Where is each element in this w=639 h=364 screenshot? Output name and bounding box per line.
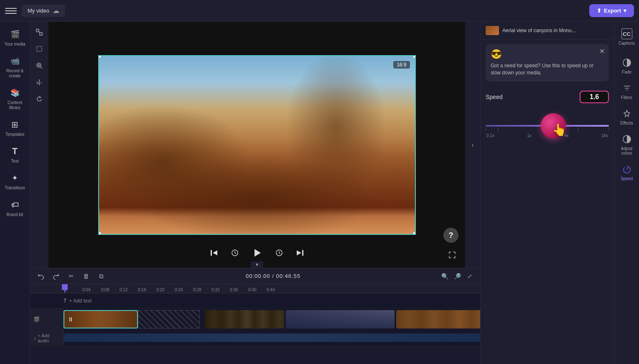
clip-speed-hatch — [138, 310, 200, 328]
tick-4x — [578, 127, 578, 131]
svg-line-5 — [41, 67, 42, 69]
speed-section: Speed 👆 0.1x 1x 4x — [481, 86, 614, 364]
templates-label: Templates — [5, 132, 25, 137]
right-sidebar-effects[interactable]: Effects — [616, 105, 638, 129]
tick-label-16x: 16x — [601, 133, 608, 138]
right-sidebar-speed[interactable]: Speed — [616, 160, 638, 184]
skip-forward-button[interactable] — [293, 246, 307, 260]
right-sidebar-adjust-colors[interactable]: Adjust colors — [616, 130, 638, 159]
time-ruler: 0 0:04 0:08 0:12 0:16 0:20 0:24 0:28 0:3… — [30, 284, 480, 293]
audio-track-content[interactable] — [64, 330, 480, 346]
audio-track-label: ♪ + Add audio — [30, 330, 64, 346]
tick-16x — [609, 127, 609, 131]
project-name-tab[interactable]: My video ☁ — [22, 5, 65, 17]
play-button[interactable] — [249, 244, 265, 261]
redo-button[interactable] — [50, 270, 62, 282]
tick-label-4x: 4x — [564, 133, 569, 138]
content-library-icon: 📚 — [9, 87, 21, 99]
right-sidebar: CC Captions Fade Filters — [614, 22, 639, 364]
slider-tick-labels: 0.1x 1x 4x 16x — [486, 133, 609, 138]
speed-icon — [621, 164, 632, 175]
tracks-container: T + Add text 🎬 ⏸ — [30, 293, 480, 364]
timeline-content: 0 0:04 0:08 0:12 0:16 0:20 0:24 0:28 0:3… — [30, 284, 480, 364]
rotate-tool-button[interactable] — [32, 92, 46, 106]
playback-controls — [207, 244, 307, 261]
zoom-out-button[interactable]: 🔍 — [439, 271, 450, 282]
add-text-label: + Add text — [69, 298, 92, 304]
video-canvas[interactable]: 16:9 — [98, 55, 416, 235]
tick-label-01x: 0.1x — [486, 133, 494, 138]
speed-label: Speed — [486, 94, 502, 100]
video-track-label: 🎬 — [30, 308, 64, 330]
help-button[interactable]: ? — [443, 228, 458, 243]
right-sidebar-fade[interactable]: Fade — [616, 54, 638, 78]
export-button[interactable]: ⬆ Export ▾ — [589, 4, 634, 17]
fit-tool-button[interactable] — [32, 25, 46, 39]
timeline-toolbar: ✂ 🗑 ⧉ 00:00.00 / 00:46.55 🔍 🔎 ⤢ — [30, 268, 480, 284]
cut-button[interactable]: ✂ — [65, 270, 77, 282]
crop-tool-button[interactable] — [32, 42, 46, 56]
undo-button[interactable] — [35, 270, 47, 282]
sidebar-item-brand-kit[interactable]: 🏷 Brand kit — [2, 196, 28, 221]
zoom-controls: 🔍 🔎 ⤢ — [439, 271, 475, 282]
flip-tool-button[interactable] — [32, 75, 46, 89]
right-collapse-button[interactable]: › — [468, 137, 477, 153]
menu-button[interactable] — [5, 5, 17, 17]
sidebar-item-content-library[interactable]: 📚 Content library — [2, 84, 28, 114]
handle-top-right[interactable] — [413, 55, 416, 58]
rewind-button[interactable] — [228, 246, 242, 260]
tooltip-text: Got a need for speed? Use this to speed … — [491, 62, 604, 76]
zoom-in-button[interactable]: 🔎 — [452, 271, 463, 282]
svg-rect-10 — [302, 250, 303, 256]
svg-line-2 — [39, 32, 40, 33]
filters-icon — [621, 83, 632, 94]
fullscreen-button[interactable] — [446, 249, 458, 261]
forward-button[interactable] — [272, 246, 286, 260]
zoom-tool-button[interactable] — [32, 59, 46, 73]
adjust-colors-label: Adjust colors — [617, 146, 636, 155]
svg-rect-0 — [36, 29, 39, 32]
transitions-icon: ✦ — [9, 172, 21, 184]
clip-1[interactable]: ⏸ — [64, 310, 138, 328]
speed-input[interactable] — [580, 91, 609, 103]
right-sidebar-filters[interactable]: Filters — [616, 79, 638, 103]
handle-top-left[interactable] — [98, 55, 101, 58]
sidebar-item-templates[interactable]: ⊞ Templates — [2, 115, 28, 140]
sidebar-item-text[interactable]: T Text — [2, 142, 28, 167]
video-thumbnail — [486, 26, 499, 35]
tick-1x — [498, 127, 499, 131]
right-sidebar-captions[interactable]: CC Captions — [616, 25, 638, 49]
handle-bottom-right[interactable] — [413, 232, 416, 235]
speed-sidebar-label: Speed — [621, 176, 633, 181]
audio-icon: ♪ — [33, 335, 36, 341]
skip-back-button[interactable] — [207, 246, 221, 260]
clip-pause-icon: ⏸ — [68, 316, 74, 323]
total-time: 00:46.55 — [276, 273, 300, 279]
collapse-preview-button[interactable]: ▾ — [251, 261, 263, 268]
record-icon: 📹 — [9, 55, 21, 67]
clip-2[interactable] — [205, 310, 284, 328]
add-audio-label[interactable]: + Add audio — [38, 333, 60, 343]
video-track-content[interactable]: ⏸ — [64, 308, 480, 330]
captions-label: Captions — [619, 41, 635, 46]
clip-3[interactable] — [286, 310, 395, 328]
speed-header: Speed — [486, 91, 609, 103]
clip-4[interactable] — [396, 310, 480, 328]
handle-bottom-left[interactable] — [98, 232, 101, 235]
tooltip-close-button[interactable]: ✕ — [599, 47, 605, 55]
sidebar-item-record-create[interactable]: 📹 Record & create — [2, 52, 28, 82]
left-tools — [30, 22, 48, 268]
content-library-label: Content library — [3, 100, 27, 110]
sidebar-item-transitions[interactable]: ✦ Transitions — [2, 169, 28, 194]
sidebar-item-your-media[interactable]: 🎬 Your media — [2, 25, 28, 50]
add-text-track[interactable]: T + Add text — [30, 293, 480, 308]
brand-kit-icon: 🏷 — [9, 199, 21, 211]
svg-rect-1 — [40, 33, 42, 35]
delete-button[interactable]: 🗑 — [80, 270, 92, 282]
fade-icon — [621, 57, 632, 68]
left-sidebar: 🎬 Your media 📹 Record & create 📚 Content… — [0, 22, 30, 364]
fit-timeline-button[interactable]: ⤢ — [464, 271, 475, 282]
duplicate-button[interactable]: ⧉ — [95, 270, 107, 282]
playhead[interactable] — [64, 284, 65, 293]
transitions-label: Transitions — [5, 186, 25, 191]
